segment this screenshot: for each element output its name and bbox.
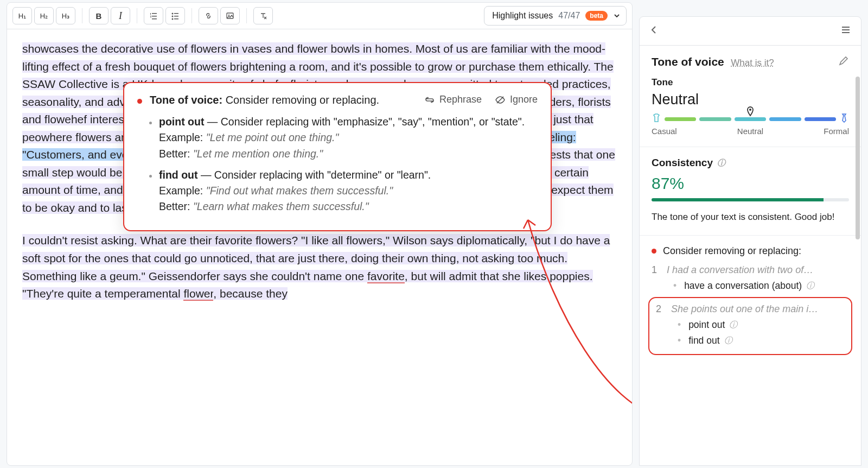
svg-point-0: [172, 13, 174, 15]
section-title-tone: Tone of voice: [652, 55, 724, 68]
edit-tone-button[interactable]: [838, 55, 849, 68]
consistency-title: Consistency: [652, 157, 713, 169]
image-button[interactable]: [220, 7, 240, 24]
back-button[interactable]: [649, 25, 659, 37]
svg-point-2: [172, 18, 174, 20]
rephrase-icon: [424, 94, 435, 105]
highlight-issues-dropdown[interactable]: Highlight issues 47/47 beta: [484, 6, 627, 26]
menu-icon: [840, 24, 851, 35]
bold-button[interactable]: B: [89, 7, 108, 24]
pin-icon: [745, 106, 756, 119]
chevron-down-icon: [613, 12, 621, 20]
scale-neutral: Neutral: [737, 127, 763, 136]
suggestion-popover: Tone of voice: Consider removing or repl…: [123, 82, 552, 231]
issue-sub-item[interactable]: point out ⓘ: [678, 319, 845, 331]
text-run: , because they: [213, 287, 288, 300]
consistency-progress: [652, 198, 849, 201]
ordered-list-button[interactable]: [144, 7, 163, 24]
issue-item-highlighted[interactable]: 2 She points out one of the main i… poin…: [648, 297, 852, 355]
issue-counter: 47/47: [558, 11, 580, 21]
heading-1-button[interactable]: H₁: [12, 7, 32, 24]
consistency-value: 87%: [652, 174, 849, 193]
editor-pane: H₁ H₂ H₃ B I: [7, 2, 633, 466]
tone-scale: Casual Neutral Formal: [652, 117, 849, 136]
pencil-icon: [838, 55, 849, 66]
unordered-list-icon: [171, 11, 180, 20]
ordered-list-icon: [149, 11, 158, 20]
issue-snippet: I had a conversation with two of…: [667, 264, 849, 276]
what-is-it-link[interactable]: What is it?: [731, 58, 774, 68]
clear-format-icon: [259, 11, 267, 20]
suggestion-item[interactable]: find out — Consider replacing with "dete…: [158, 167, 538, 215]
highlight-issues-label: Highlight issues: [492, 11, 553, 21]
issue-snippet: She points out one of the main i…: [671, 303, 845, 315]
link-button[interactable]: [199, 7, 218, 24]
issue-list-heading: Consider removing or replacing:: [663, 245, 801, 257]
scrollbar[interactable]: [856, 77, 860, 239]
severity-dot-icon: [652, 249, 656, 254]
formal-icon: [839, 113, 849, 125]
info-icon[interactable]: ⓘ: [717, 158, 725, 168]
ignore-button[interactable]: Ignore: [495, 94, 538, 105]
link-icon: [204, 11, 213, 20]
tone-label: Tone: [652, 77, 849, 88]
menu-button[interactable]: [840, 24, 851, 37]
issue-number: 2: [656, 303, 663, 315]
info-icon[interactable]: ⓘ: [729, 320, 737, 330]
casual-icon: [652, 113, 661, 125]
svg-point-1: [172, 16, 174, 17]
clear-format-button[interactable]: [253, 7, 273, 24]
unordered-list-button[interactable]: [165, 7, 185, 24]
svg-point-4: [228, 15, 229, 16]
rephrase-button[interactable]: Rephrase: [424, 94, 482, 105]
flagged-word[interactable]: favorite: [367, 270, 405, 283]
issue-sub-item[interactable]: have a conversation (about) ⓘ: [673, 280, 849, 292]
popover-title: Tone of voice: Consider removing or repl…: [150, 94, 417, 106]
issue-number: 1: [652, 264, 659, 276]
scale-formal: Formal: [824, 127, 849, 136]
svg-point-5: [749, 109, 751, 111]
issue-sub-item[interactable]: find out ⓘ: [678, 335, 845, 346]
image-icon: [226, 11, 234, 20]
severity-dot-icon: [137, 99, 142, 104]
chevron-left-icon: [649, 25, 659, 35]
scale-casual: Casual: [652, 127, 677, 136]
consistency-message: The tone of your text is consistent. Goo…: [652, 210, 849, 224]
info-icon[interactable]: ⓘ: [724, 336, 732, 346]
heading-2-button[interactable]: H₂: [34, 7, 54, 24]
heading-3-button[interactable]: H₃: [56, 7, 75, 24]
flagged-word[interactable]: flower: [183, 287, 213, 301]
italic-button[interactable]: I: [111, 7, 130, 24]
info-icon[interactable]: ⓘ: [806, 281, 814, 291]
issue-item[interactable]: 1 I had a conversation with two of… have…: [652, 264, 849, 292]
ignore-icon: [495, 94, 506, 105]
beta-badge: beta: [585, 11, 608, 21]
suggestion-item[interactable]: point out — Consider replacing with "emp…: [158, 114, 538, 162]
toolbar: H₁ H₂ H₃ B I: [7, 3, 632, 29]
sidebar-panel: Tone of voice What is it? Tone Neutral: [639, 16, 861, 466]
